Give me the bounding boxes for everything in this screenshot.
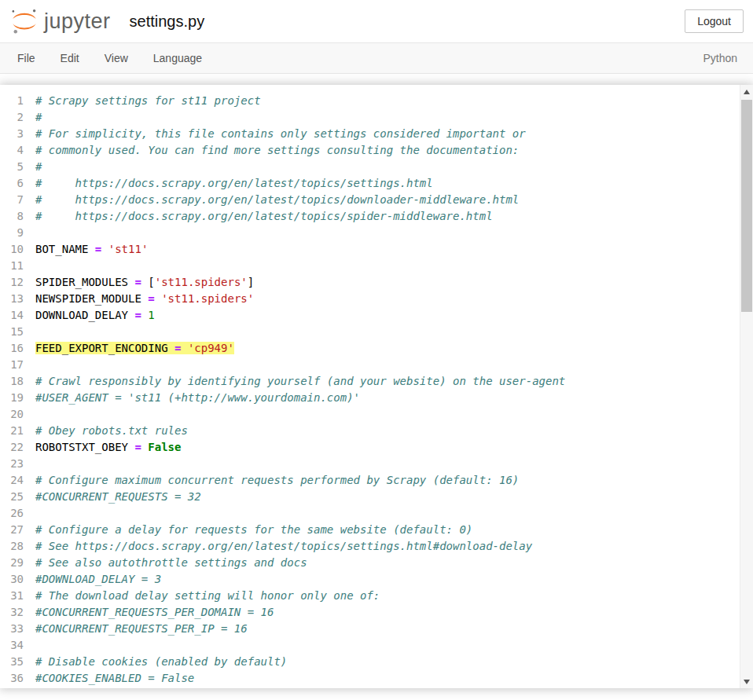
code-line[interactable]: 30#DOWNLOAD_DELAY = 3 [0, 571, 740, 588]
scrollbar[interactable] [740, 85, 753, 688]
code-text: # Configure maximum concurrent requests … [35, 474, 519, 486]
code-text: # Crawl responsibly by identifying yours… [35, 375, 565, 387]
code-line[interactable]: 13NEWSPIDER_MODULE = 'st11.spiders' [0, 291, 740, 307]
line-number: 4 [0, 142, 24, 159]
line-number: 27 [0, 522, 24, 538]
code-line[interactable]: 17 [0, 357, 740, 373]
code-text: #USER_AGENT = 'st11 (+http://www.yourdom… [35, 391, 360, 404]
code-line[interactable]: 1# Scrapy settings for st11 project [0, 93, 740, 109]
jupyter-logo-icon [9, 5, 39, 37]
kernel-mode-indicator: Python [692, 52, 748, 64]
code-text: # Obey robots.txt rules [35, 424, 188, 437]
code-line[interactable]: 7# https://docs.scrapy.org/en/latest/top… [0, 192, 740, 208]
code-text: # The download delay setting will honor … [35, 589, 380, 602]
code-line[interactable]: 18# Crawl responsibly by identifying you… [0, 373, 740, 390]
code-line[interactable]: 24# Configure maximum concurrent request… [0, 472, 740, 489]
line-number: 26 [0, 505, 24, 522]
code-text: ROBOTSTXT_OBEY = False [35, 441, 181, 453]
line-number: 17 [0, 357, 24, 373]
logout-button[interactable]: Logout [685, 9, 744, 33]
code-line[interactable]: 3# For simplicity, this file contains on… [0, 126, 740, 142]
jupyter-logo-text: jupyter [44, 11, 111, 32]
code-line[interactable]: 36#COOKIES_ENABLED = False [0, 670, 740, 687]
code-text: FEED_EXPORT_ENCODING = 'cp949' [35, 342, 234, 354]
text-editor: 1# Scrapy settings for st11 project2#3# … [0, 85, 753, 688]
code-line[interactable]: 29# See also autothrottle settings and d… [0, 555, 740, 571]
line-number: 14 [0, 307, 24, 324]
scroll-down-icon[interactable] [740, 675, 753, 688]
page: jupyter settings.py Logout File Edit Vie… [0, 0, 753, 700]
code-text: # See also autothrottle settings and doc… [35, 556, 307, 569]
menu-view[interactable]: View [92, 44, 141, 72]
code-text: #CONCURRENT_REQUESTS = 32 [35, 490, 201, 503]
line-number: 22 [0, 439, 24, 456]
line-number: 33 [0, 621, 24, 637]
code-line[interactable]: 19#USER_AGENT = 'st11 (+http://www.yourd… [0, 390, 740, 406]
line-number: 29 [0, 555, 24, 571]
scrollbar-thumb[interactable] [741, 100, 752, 312]
line-number: 7 [0, 192, 24, 208]
line-number: 32 [0, 604, 24, 621]
line-number: 15 [0, 324, 24, 340]
menu-language[interactable]: Language [141, 44, 215, 72]
code-text: SPIDER_MODULES = ['st11.spiders'] [35, 276, 254, 288]
code-line[interactable]: 25#CONCURRENT_REQUESTS = 32 [0, 489, 740, 505]
code-text: DOWNLOAD_DELAY = 1 [35, 309, 155, 321]
line-number: 25 [0, 489, 24, 505]
line-number: 34 [0, 637, 24, 654]
menu-file[interactable]: File [5, 44, 48, 72]
file-title[interactable]: settings.py [130, 13, 205, 31]
code-line[interactable]: 14DOWNLOAD_DELAY = 1 [0, 307, 740, 324]
line-number: 8 [0, 208, 24, 225]
line-number: 2 [0, 109, 24, 126]
code-text: # For simplicity, this file contains onl… [35, 127, 526, 140]
code-text: # Configure a delay for requests for the… [35, 523, 472, 536]
code-text: # Scrapy settings for st11 project [35, 94, 261, 107]
line-number: 18 [0, 373, 24, 390]
line-number: 11 [0, 258, 24, 274]
code-text: # commonly used. You can find more setti… [35, 144, 519, 156]
code-line[interactable]: 4# commonly used. You can find more sett… [0, 142, 740, 159]
code-line[interactable]: 22ROBOTSTXT_OBEY = False [0, 439, 740, 456]
code-line[interactable]: 11 [0, 258, 740, 274]
code-line[interactable]: 23 [0, 456, 740, 472]
code-text: #CONCURRENT_REQUESTS_PER_DOMAIN = 16 [35, 606, 274, 618]
line-number: 19 [0, 390, 24, 406]
code-line[interactable]: 8# https://docs.scrapy.org/en/latest/top… [0, 208, 740, 225]
code-line[interactable]: 32#CONCURRENT_REQUESTS_PER_DOMAIN = 16 [0, 604, 740, 621]
menu-edit[interactable]: Edit [48, 44, 92, 72]
code-line[interactable]: 9 [0, 225, 740, 241]
line-number: 35 [0, 654, 24, 670]
code-line[interactable]: 34 [0, 637, 740, 654]
line-number: 5 [0, 159, 24, 175]
line-number: 10 [0, 241, 24, 258]
code-line[interactable]: 27# Configure a delay for requests for t… [0, 522, 740, 538]
code-line[interactable]: 5# [0, 159, 740, 175]
line-number: 23 [0, 456, 24, 472]
jupyter-logo[interactable]: jupyter [9, 5, 111, 37]
scroll-up-icon[interactable] [740, 85, 753, 98]
code-text: # https://docs.scrapy.org/en/latest/topi… [35, 177, 433, 189]
code-line[interactable]: 15 [0, 324, 740, 340]
line-number: 12 [0, 274, 24, 291]
code-line[interactable]: 31# The download delay setting will hono… [0, 588, 740, 604]
code-text: # Disable cookies (enabled by default) [35, 655, 287, 668]
line-number: 31 [0, 588, 24, 604]
line-number: 28 [0, 538, 24, 555]
code-text: # https://docs.scrapy.org/en/latest/topi… [35, 193, 519, 206]
code-lines[interactable]: 1# Scrapy settings for st11 project2#3# … [0, 85, 740, 688]
code-line[interactable]: 26 [0, 505, 740, 522]
code-line[interactable]: 35# Disable cookies (enabled by default) [0, 654, 740, 670]
line-number: 16 [0, 340, 24, 357]
line-number: 13 [0, 291, 24, 307]
code-line[interactable]: 33#CONCURRENT_REQUESTS_PER_IP = 16 [0, 621, 740, 637]
code-line[interactable]: 28# See https://docs.scrapy.org/en/lates… [0, 538, 740, 555]
code-line[interactable]: 16FEED_EXPORT_ENCODING = 'cp949' [0, 340, 740, 357]
code-line[interactable]: 20 [0, 406, 740, 423]
code-line[interactable]: 2# [0, 109, 740, 126]
code-line[interactable]: 21# Obey robots.txt rules [0, 423, 740, 439]
code-line[interactable]: 6# https://docs.scrapy.org/en/latest/top… [0, 175, 740, 192]
code-line[interactable]: 12SPIDER_MODULES = ['st11.spiders'] [0, 274, 740, 291]
line-number: 36 [0, 670, 24, 687]
code-line[interactable]: 10BOT_NAME = 'st11' [0, 241, 740, 258]
